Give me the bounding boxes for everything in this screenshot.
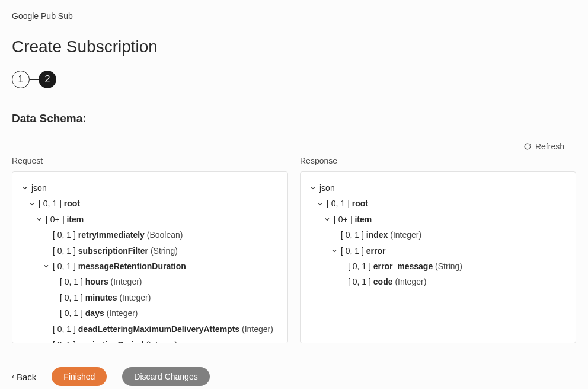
tree-node-label: [ 0+ ] item: [46, 213, 84, 226]
tree-node-label: [ 0, 1 ] hours (Integer): [60, 275, 142, 288]
tree-node[interactable]: [ 0, 1 ] expirationPeriod (Integer): [18, 337, 282, 343]
request-panel[interactable]: json[ 0, 1 ] root[ 0+ ] item[ 0, 1 ] ret…: [12, 171, 288, 343]
tree-node-label: [ 0, 1 ] minutes (Integer): [60, 291, 151, 304]
section-title: Data Schema:: [12, 112, 576, 125]
discard-button[interactable]: Discard Changes: [122, 367, 209, 386]
tree-node[interactable]: [ 0, 1 ] code (Integer): [306, 274, 570, 289]
tree-node[interactable]: [ 0, 1 ] index (Integer): [306, 227, 570, 243]
chevron-down-icon[interactable]: [40, 263, 53, 269]
back-button[interactable]: ‹ Back: [12, 372, 36, 382]
tree-node-label: [ 0+ ] item: [334, 213, 372, 226]
tree-node[interactable]: [ 0+ ] item: [18, 212, 282, 227]
response-label: Response: [300, 156, 576, 165]
tree-node[interactable]: [ 0, 1 ] messageRetentionDuration: [18, 259, 282, 274]
refresh-label: Refresh: [535, 142, 564, 151]
refresh-icon: [523, 142, 532, 151]
response-panel[interactable]: json[ 0, 1 ] root[ 0+ ] item[ 0, 1 ] ind…: [300, 171, 576, 343]
refresh-button[interactable]: Refresh: [523, 142, 564, 151]
chevron-down-icon[interactable]: [314, 201, 327, 207]
chevron-down-icon[interactable]: [321, 216, 334, 222]
tree-node-label: json: [319, 181, 335, 194]
chevron-down-icon[interactable]: [18, 185, 31, 191]
tree-node-label: [ 0, 1 ] error: [341, 244, 386, 257]
tree-node-label: json: [31, 181, 47, 194]
tree-node[interactable]: [ 0, 1 ] root: [306, 196, 570, 211]
chevron-down-icon[interactable]: [33, 216, 46, 222]
tree-node[interactable]: [ 0, 1 ] retryImmediately (Boolean): [18, 227, 282, 243]
page-title: Create Subscription: [12, 37, 576, 56]
tree-node-label: [ 0, 1 ] expirationPeriod (Integer): [53, 338, 177, 343]
step-2[interactable]: 2: [39, 71, 56, 88]
request-label: Request: [12, 156, 288, 165]
tree-node-label: [ 0, 1 ] messageRetentionDuration: [53, 260, 186, 273]
stepper: 1 2: [12, 71, 576, 88]
tree-node[interactable]: [ 0+ ] item: [306, 212, 570, 227]
tree-node[interactable]: [ 0, 1 ] days (Integer): [18, 305, 282, 321]
breadcrumb-link[interactable]: Google Pub Sub: [12, 11, 73, 21]
chevron-down-icon[interactable]: [306, 185, 319, 191]
back-label: Back: [17, 372, 36, 382]
step-1[interactable]: 1: [12, 71, 30, 88]
finished-button[interactable]: Finished: [52, 367, 107, 386]
tree-node[interactable]: [ 0, 1 ] deadLetteringMaximumDeliveryAtt…: [18, 321, 282, 337]
tree-node-label: [ 0, 1 ] deadLetteringMaximumDeliveryAtt…: [53, 323, 273, 336]
tree-node-label: [ 0, 1 ] days (Integer): [60, 307, 138, 320]
tree-node-label: [ 0, 1 ] index (Integer): [341, 228, 421, 241]
step-connector: [30, 79, 39, 80]
tree-node-label: [ 0, 1 ] code (Integer): [348, 275, 426, 288]
tree-node-label: [ 0, 1 ] root: [39, 197, 80, 210]
tree-node[interactable]: [ 0, 1 ] subscriptionFilter (String): [18, 243, 282, 259]
tree-node-label: [ 0, 1 ] error_message (String): [348, 260, 462, 273]
tree-node-label: [ 0, 1 ] subscriptionFilter (String): [53, 244, 178, 257]
tree-node-label: [ 0, 1 ] root: [327, 197, 368, 210]
tree-node-label: [ 0, 1 ] retryImmediately (Boolean): [53, 228, 183, 241]
chevron-down-icon[interactable]: [328, 248, 341, 254]
tree-node[interactable]: [ 0, 1 ] error: [306, 243, 570, 259]
tree-node[interactable]: json: [306, 180, 570, 196]
tree-node[interactable]: json: [18, 180, 282, 196]
tree-node[interactable]: [ 0, 1 ] root: [18, 196, 282, 211]
chevron-down-icon[interactable]: [25, 201, 39, 207]
tree-node[interactable]: [ 0, 1 ] hours (Integer): [18, 274, 282, 289]
tree-node[interactable]: [ 0, 1 ] minutes (Integer): [18, 290, 282, 305]
tree-node[interactable]: [ 0, 1 ] error_message (String): [306, 259, 570, 274]
chevron-left-icon: ‹: [12, 372, 14, 381]
